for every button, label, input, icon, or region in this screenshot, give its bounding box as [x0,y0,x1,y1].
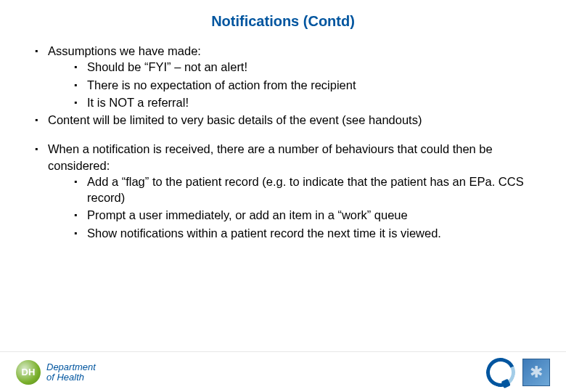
bullet-text: Content will be limited to very basic de… [48,113,422,126]
slide-content: Assumptions we have made: Should be “FYI… [0,36,566,241]
bullet-text: When a notification is received, there a… [48,142,493,171]
bullet-block-1: Assumptions we have made: Should be “FYI… [22,43,544,128]
list-item: Should be “FYI” – not an alert! [74,59,544,75]
square-star-icon [522,359,550,386]
bullet-text: Show notifications within a patient reco… [87,226,441,240]
dh-logo: DH Department of Health [16,360,96,385]
slide-footer: DH Department of Health [0,351,566,392]
bullet-text: It is NOT a referral! [87,96,189,109]
list-item: There is no expectation of action from t… [74,77,544,93]
bullet-text: There is no expectation of action from t… [87,78,356,91]
dh-line2: of Health [46,372,96,383]
sub-list: Should be “FYI” – not an alert! There is… [48,59,544,110]
slide: Notifications (Contd) Assumptions we hav… [0,0,566,392]
list-item: Show notifications within a patient reco… [74,225,544,241]
list-item: Content will be limited to very basic de… [35,112,544,128]
bullet-text: Should be “FYI” – not an alert! [87,60,247,73]
list-item: When a notification is received, there a… [35,141,544,241]
bullet-block-2: When a notification is received, there a… [22,141,544,241]
bullet-text: Add a “flag” to the patient record (e.g.… [87,175,524,204]
dh-badge-icon: DH [16,360,41,385]
bullet-text: Prompt a user immediately, or add an ite… [87,208,408,221]
footer-right-logos [486,358,550,387]
dh-logo-text: Department of Health [46,362,96,382]
list-item: Assumptions we have made: Should be “FYI… [35,43,544,110]
sub-list: Add a “flag” to the patient record (e.g.… [48,173,544,241]
list-item: Add a “flag” to the patient record (e.g.… [74,173,544,206]
list-item: It is NOT a referral! [74,94,544,110]
q-circle-icon [482,354,519,391]
list-item: Prompt a user immediately, or add an ite… [74,207,544,223]
slide-title: Notifications (Contd) [0,0,566,36]
bullet-text: Assumptions we have made: [48,44,201,57]
dh-line1: Department [46,362,96,372]
